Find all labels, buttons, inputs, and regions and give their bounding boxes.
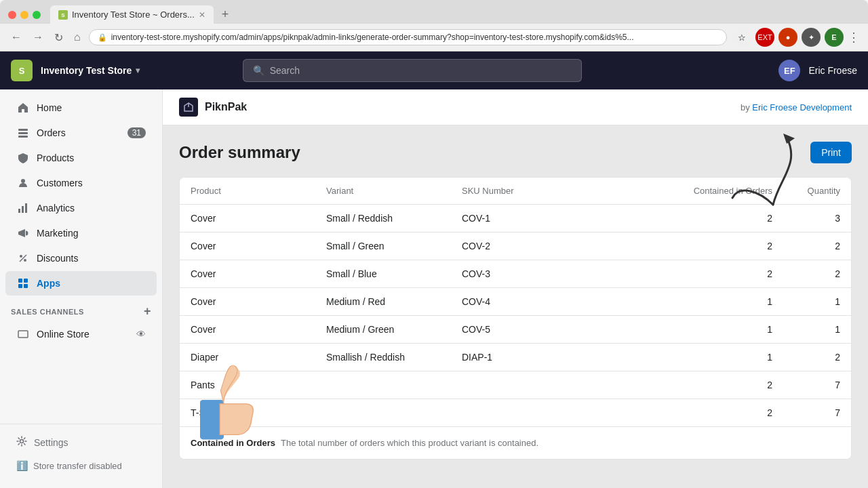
sidebar-item-marketing[interactable]: Marketing (5, 221, 157, 245)
analytics-label: Analytics (37, 203, 75, 214)
svg-rect-6 (18, 136, 28, 138)
cell-product: Diaper (180, 344, 315, 371)
sidebar-item-apps[interactable]: Apps (5, 271, 157, 296)
table-row: Diaper Smallish / Reddish DIAP-1 1 2 (180, 344, 851, 371)
store-transfer-status: ℹ️ Store transfer disabled (5, 455, 157, 476)
cell-product: Cover (180, 232, 315, 260)
cell-variant (315, 399, 451, 426)
lock-icon: 🔒 (98, 33, 107, 42)
browser-menu-button[interactable]: ⋮ (848, 30, 860, 45)
sidebar-item-settings[interactable]: Settings (5, 430, 157, 454)
table-row: Cover Small / Reddish COV-1 2 3 (180, 205, 851, 232)
analytics-icon (16, 201, 30, 215)
search-placeholder: Search (270, 65, 300, 76)
col-variant-header: Variant (315, 178, 451, 204)
sidebar-item-analytics[interactable]: Analytics (5, 196, 157, 220)
svg-text:S: S (61, 12, 65, 18)
discounts-label: Discounts (37, 253, 78, 264)
sidebar-nav: Home Orders 31 P (0, 95, 162, 424)
minimize-window-button[interactable] (20, 11, 28, 19)
topbar-right: EF Eric Froese (778, 60, 857, 81)
refresh-button[interactable]: ↻ (52, 30, 66, 45)
address-bar[interactable]: 🔒 inventory-test-store.myshopify.com/adm… (89, 29, 727, 45)
cell-contained: 1 (587, 288, 783, 315)
sidebar-item-products[interactable]: Products (5, 146, 157, 170)
marketing-icon (16, 226, 30, 240)
store-transfer-icon: ℹ️ (16, 460, 28, 471)
cell-contained: 2 (587, 399, 783, 426)
svg-point-19 (20, 440, 24, 443)
search-bar[interactable]: 🔍 Search (243, 59, 582, 82)
new-tab-button[interactable]: + (216, 7, 235, 22)
sales-channels-label: Sales Channels (11, 308, 84, 316)
page-content: Order summary Print Product Variant SKU … (163, 125, 868, 488)
forward-button[interactable]: → (30, 30, 46, 45)
maximize-window-button[interactable] (33, 11, 41, 19)
close-window-button[interactable] (8, 11, 16, 19)
online-store-visibility-icon[interactable]: 👁 (136, 329, 146, 340)
shopify-logo: S (11, 60, 33, 81)
sidebar-item-home[interactable]: Home (5, 96, 157, 120)
table-row: Pants 2 7 (180, 371, 851, 399)
extension-3-button[interactable]: ✦ (802, 28, 821, 47)
print-button[interactable]: Print (810, 142, 852, 163)
extension-2-button[interactable]: ● (778, 28, 797, 47)
orders-icon (16, 126, 30, 140)
cell-contained: 2 (587, 232, 783, 260)
extension-4-button[interactable]: E (825, 28, 844, 47)
admin-body: Home Orders 31 P (0, 89, 868, 488)
footer-desc: The total number of orders which this pr… (281, 438, 538, 448)
discounts-icon (16, 251, 30, 265)
sidebar-bottom: Settings ℹ️ Store transfer disabled (0, 424, 162, 483)
cell-product: Cover (180, 260, 315, 287)
sidebar-item-customers[interactable]: Customers (5, 171, 157, 195)
store-name-button[interactable]: Inventory Test Store ▾ (41, 65, 140, 76)
tab-close-button[interactable]: ✕ (199, 10, 205, 20)
store-transfer-label: Store transfer disabled (33, 461, 122, 471)
orders-badge: 31 (127, 127, 146, 138)
store-caret-icon: ▾ (136, 66, 140, 75)
browser-tab-bar: S Inventory Test Store ~ Orders... ✕ + (0, 0, 868, 24)
extension-1-button[interactable]: EXT (755, 28, 774, 47)
home-button[interactable]: ⌂ (71, 30, 83, 45)
shopify-admin: S Inventory Test Store ▾ 🔍 Search EF Eri… (0, 52, 868, 488)
browser-window: S Inventory Test Store ~ Orders... ✕ + ←… (0, 0, 868, 488)
address-text: inventory-test-store.myshopify.com/admin… (111, 33, 634, 42)
cell-sku: COV-4 (451, 288, 587, 315)
cell-sku: COV-1 (451, 205, 587, 232)
topbar-search: 🔍 Search (243, 59, 582, 82)
add-sales-channel-button[interactable]: + (144, 304, 151, 319)
back-button[interactable]: ← (8, 30, 24, 45)
developer-link[interactable]: Eric Froese Development (752, 102, 852, 113)
sidebar-item-orders[interactable]: Orders 31 (5, 121, 157, 145)
marketing-label: Marketing (37, 228, 78, 239)
cell-product: Pants (180, 371, 315, 399)
online-store-label: Online Store (37, 329, 90, 340)
data-table: Product Variant SKU Number Contained in … (179, 177, 852, 460)
orders-label: Orders (37, 127, 66, 138)
sidebar-item-discounts[interactable]: Discounts (5, 246, 157, 270)
cell-contained: 1 (587, 344, 783, 371)
sidebar: Home Orders 31 P (0, 89, 163, 488)
main-content: PiknPak by Eric Froese Development Order… (163, 89, 868, 488)
table-row: Cover Medium / Red COV-4 1 1 (180, 288, 851, 316)
cell-variant: Small / Reddish (315, 205, 451, 232)
active-tab[interactable]: S Inventory Test Store ~ Orders... ✕ (50, 5, 214, 24)
sidebar-item-online-store[interactable]: Online Store 👁 (5, 322, 157, 346)
search-icon: 🔍 (253, 65, 264, 76)
products-icon (16, 151, 30, 165)
page-header: Order summary Print (179, 142, 852, 163)
cell-contained: 2 (587, 205, 783, 232)
settings-icon (16, 436, 27, 449)
sales-channels-header: Sales Channels + (0, 296, 162, 321)
table-row: Cover Small / Green COV-2 2 2 (180, 232, 851, 260)
cell-quantity: 7 (783, 371, 851, 399)
cell-sku: COV-5 (451, 316, 587, 343)
toolbar-actions: ☆ EXT ● ✦ E ⋮ (732, 28, 860, 47)
bookmark-button[interactable]: ☆ (732, 28, 751, 47)
app-logo-section: PiknPak (179, 98, 247, 117)
app-logo-icon (179, 98, 198, 117)
svg-rect-15 (24, 279, 28, 283)
cell-variant: Medium / Green (315, 316, 451, 343)
svg-rect-8 (18, 209, 20, 213)
